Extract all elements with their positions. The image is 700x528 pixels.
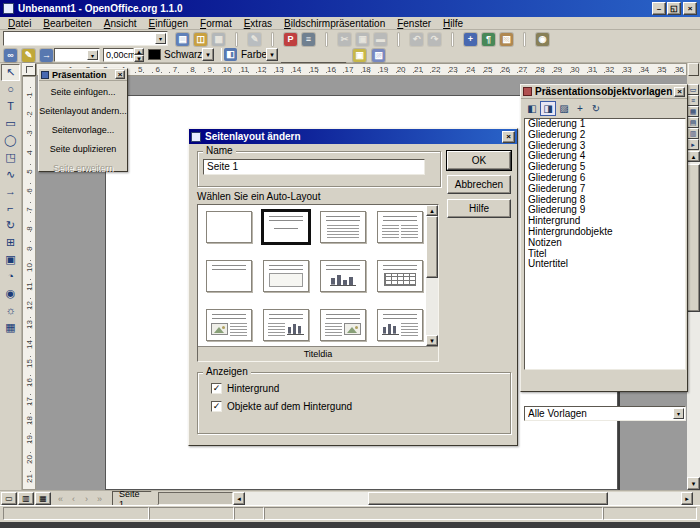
animation-tool[interactable]: ☼ — [1, 302, 20, 319]
text-tool[interactable]: T — [1, 98, 20, 115]
layout-scrollbar[interactable]: ▴ ▾ — [426, 205, 438, 346]
background-objects-checkbox[interactable] — [211, 401, 222, 412]
style-list-item[interactable]: Untertitel — [525, 259, 685, 270]
expand-page-item[interactable]: Seite erweitern — [39, 158, 127, 177]
pen-icon[interactable]: ✎ — [20, 47, 37, 63]
style-list-item[interactable]: Gliederung 7 — [525, 184, 685, 195]
area-style-icon[interactable]: ▨ — [370, 47, 387, 63]
print-icon[interactable]: ≡ — [300, 31, 317, 47]
lines-arrows-tool[interactable]: → — [1, 183, 20, 200]
new-document-icon[interactable]: ▤ — [174, 31, 191, 47]
layout-title-text-clipart[interactable] — [320, 309, 366, 341]
menu-format[interactable]: Format — [194, 17, 238, 30]
zoom-width-button[interactable]: ▥ — [18, 492, 34, 505]
effects-tool[interactable]: ◔ — [1, 268, 20, 285]
scroll-up-icon[interactable]: ▴ — [687, 151, 700, 162]
menu-ansicht[interactable]: Ansicht — [98, 17, 143, 30]
layout-title-text-chart[interactable] — [263, 309, 309, 341]
background-checkbox[interactable] — [211, 383, 222, 394]
camera-icon[interactable]: ◉ — [534, 31, 551, 47]
vertical-scrollbar[interactable] — [687, 162, 700, 477]
layout-blank[interactable] — [206, 211, 252, 243]
notes-view-button[interactable]: ▤ — [687, 117, 699, 128]
insert-tool[interactable]: ▦ — [1, 319, 20, 336]
fill-style-icon[interactable]: ◧ — [224, 48, 237, 61]
style-list-item[interactable]: Gliederung 2 — [525, 130, 685, 141]
edit-points-icon[interactable]: ∞ — [2, 47, 19, 63]
3d-objects-tool[interactable]: ◳ — [1, 149, 20, 166]
chevron-down-icon[interactable]: ▾ — [673, 408, 684, 419]
line-color-swatch[interactable] — [148, 49, 161, 60]
layout-title-only[interactable] — [206, 260, 252, 292]
chevron-down-icon[interactable]: ▾ — [87, 50, 98, 60]
new-style-button[interactable]: + — [572, 101, 588, 116]
style-filter-combobox[interactable]: Alle Vorlagen ▾ — [524, 406, 686, 421]
insert-page-item[interactable]: Seite einfügen... — [39, 82, 127, 101]
horizontal-scrollbar-thumb[interactable] — [368, 492, 608, 505]
close-button[interactable]: × — [683, 2, 697, 15]
stylist-icon[interactable]: ¶ — [480, 31, 497, 47]
layout-title-clipart-text[interactable] — [206, 309, 252, 341]
menu-bearbeiten[interactable]: Bearbeiten — [37, 17, 97, 30]
horizontal-scrollbar[interactable] — [245, 492, 681, 505]
fill-type-dropdown[interactable]: ▾ — [266, 48, 278, 61]
duplicate-page-item[interactable]: Seite duplizieren — [39, 139, 127, 158]
navigator-icon[interactable]: + — [462, 31, 479, 47]
layout-title-two-content[interactable] — [377, 211, 423, 243]
curve-tool[interactable]: ∿ — [1, 166, 20, 183]
outline-view-button[interactable]: ≡ — [687, 95, 699, 106]
ruler-corner-button[interactable] — [688, 63, 699, 76]
menu-hilfe[interactable]: Hilfe — [437, 17, 469, 30]
menu-einfuegen[interactable]: Einfügen — [143, 17, 194, 30]
horizontal-ruler[interactable]: 1234567891011121314151617181920212223242… — [36, 63, 687, 76]
ok-button[interactable]: OK — [447, 151, 511, 170]
interaction-tool[interactable]: ◉ — [1, 285, 20, 302]
close-icon[interactable]: × — [674, 87, 685, 97]
scroll-right-icon[interactable]: ▸ — [681, 492, 693, 505]
ellipse-tool[interactable]: ◯ — [1, 132, 20, 149]
first-page-button[interactable]: « — [54, 492, 67, 505]
export-pdf-icon[interactable]: P — [282, 31, 299, 47]
arrange-tool[interactable]: ▣ — [1, 251, 20, 268]
cancel-button[interactable]: Abbrechen — [447, 175, 511, 194]
paste-icon[interactable]: ▬ — [372, 31, 389, 47]
layout-title-table[interactable] — [377, 260, 423, 292]
line-width-spinner[interactable]: ▴ ▾ — [134, 48, 144, 62]
vertical-ruler[interactable]: 123456789101112131415161718192021 — [22, 76, 36, 490]
select-tool[interactable]: ↖ — [1, 64, 20, 81]
connector-tool[interactable]: ⌐ — [1, 200, 20, 217]
layout-scrollbar-thumb[interactable] — [426, 216, 438, 278]
copy-icon[interactable]: ▣ — [354, 31, 371, 47]
scroll-down-icon[interactable]: ▾ — [426, 335, 438, 346]
layout-title-content[interactable] — [320, 211, 366, 243]
zoom-page-button[interactable]: ▭ — [1, 492, 17, 505]
rectangle-tool[interactable]: ▭ — [1, 115, 20, 132]
gallery-icon[interactable]: ▧ — [498, 31, 515, 47]
drawing-view-button[interactable]: ▭ — [687, 84, 699, 95]
minimize-button[interactable]: – — [652, 2, 666, 15]
line-width-field[interactable]: 0,00cm — [103, 48, 134, 62]
line-color-dropdown[interactable]: ▾ — [202, 48, 214, 61]
last-page-button[interactable]: » — [93, 492, 106, 505]
presentation-styles-button[interactable]: ◧ — [524, 101, 540, 116]
save-document-icon[interactable]: ▦ — [210, 31, 227, 47]
arrow-style-icon[interactable]: → — [38, 47, 55, 63]
close-icon[interactable]: × — [502, 131, 515, 143]
cut-icon[interactable]: ✂ — [336, 31, 353, 47]
scroll-down-icon[interactable]: ▾ — [687, 477, 700, 490]
scroll-left-icon[interactable]: ◂ — [233, 492, 245, 505]
start-presentation-button[interactable]: ▸ — [687, 139, 699, 150]
style-list-item[interactable]: Notizen — [525, 238, 685, 249]
line-style-combobox[interactable]: ▾ — [54, 48, 100, 62]
previous-page-button[interactable]: ‹ — [67, 492, 80, 505]
graphics-styles-button[interactable]: ◨ — [540, 101, 556, 116]
zoom-tool[interactable]: ○ — [1, 81, 20, 98]
layout-title-chart[interactable] — [320, 260, 366, 292]
rotate-tool[interactable]: ↻ — [1, 217, 20, 234]
dialog-titlebar[interactable]: Seitenlayout ändern × — [189, 129, 517, 144]
zoom-optimal-button[interactable]: ▦ — [35, 492, 51, 505]
scroll-up-icon[interactable]: ▴ — [426, 205, 438, 216]
undo-icon[interactable]: ↶ — [408, 31, 425, 47]
chevron-down-icon[interactable]: ▾ — [155, 33, 166, 44]
layout-title-chart-text[interactable] — [377, 309, 423, 341]
